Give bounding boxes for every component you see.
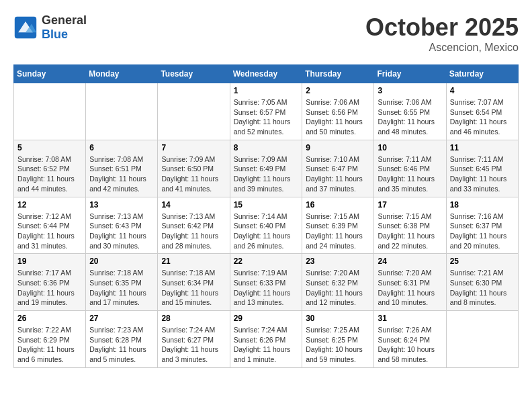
calendar-table: SundayMondayTuesdayWednesdayThursdayFrid… xyxy=(13,64,519,368)
day-number: 30 xyxy=(306,314,370,323)
cell-info: Sunrise: 7:21 AMSunset: 6:30 PMDaylight:… xyxy=(450,268,515,308)
calendar-cell: 14Sunrise: 7:13 AMSunset: 6:42 PMDayligh… xyxy=(158,197,230,254)
day-number: 25 xyxy=(450,257,515,266)
day-number: 11 xyxy=(450,143,515,152)
cell-info: Sunrise: 7:19 AMSunset: 6:33 PMDaylight:… xyxy=(234,268,299,308)
day-number: 31 xyxy=(378,314,442,323)
cell-info: Sunrise: 7:11 AMSunset: 6:45 PMDaylight:… xyxy=(450,154,515,194)
cell-info: Sunrise: 7:24 AMSunset: 6:26 PMDaylight:… xyxy=(234,325,299,365)
day-header-friday: Friday xyxy=(374,65,446,83)
calendar-cell: 2Sunrise: 7:06 AMSunset: 6:56 PMDaylight… xyxy=(302,83,374,140)
calendar-week-4: 19Sunrise: 7:17 AMSunset: 6:36 PMDayligh… xyxy=(14,254,519,311)
calendar-cell xyxy=(14,83,86,140)
calendar-cell: 24Sunrise: 7:20 AMSunset: 6:31 PMDayligh… xyxy=(374,254,446,311)
calendar-cell: 21Sunrise: 7:18 AMSunset: 6:34 PMDayligh… xyxy=(158,254,230,311)
calendar-cell: 26Sunrise: 7:22 AMSunset: 6:29 PMDayligh… xyxy=(14,311,86,368)
logo-text: General Blue xyxy=(42,13,87,42)
day-number: 18 xyxy=(450,200,515,210)
day-number: 22 xyxy=(234,257,299,266)
calendar-cell xyxy=(446,311,518,368)
day-number: 6 xyxy=(89,143,154,152)
cell-info: Sunrise: 7:08 AMSunset: 6:52 PMDaylight:… xyxy=(17,154,82,194)
day-number: 20 xyxy=(89,257,154,266)
title-block: October 2025 Ascencion, Mexico xyxy=(365,13,519,54)
day-number: 19 xyxy=(17,257,82,266)
cell-info: Sunrise: 7:16 AMSunset: 6:37 PMDaylight:… xyxy=(450,212,515,251)
calendar-cell: 10Sunrise: 7:11 AMSunset: 6:46 PMDayligh… xyxy=(374,140,446,197)
calendar-week-1: 1Sunrise: 7:05 AMSunset: 6:57 PMDaylight… xyxy=(14,83,519,140)
day-number: 23 xyxy=(306,257,370,266)
calendar-cell: 15Sunrise: 7:14 AMSunset: 6:40 PMDayligh… xyxy=(230,197,302,254)
cell-info: Sunrise: 7:14 AMSunset: 6:40 PMDaylight:… xyxy=(234,212,299,251)
calendar-cell: 7Sunrise: 7:09 AMSunset: 6:50 PMDaylight… xyxy=(158,140,230,197)
calendar-cell: 1Sunrise: 7:05 AMSunset: 6:57 PMDaylight… xyxy=(230,83,302,140)
cell-info: Sunrise: 7:20 AMSunset: 6:31 PMDaylight:… xyxy=(378,268,442,308)
calendar-cell: 6Sunrise: 7:08 AMSunset: 6:51 PMDaylight… xyxy=(86,140,158,197)
calendar-cell: 13Sunrise: 7:13 AMSunset: 6:43 PMDayligh… xyxy=(86,197,158,254)
cell-info: Sunrise: 7:08 AMSunset: 6:51 PMDaylight:… xyxy=(89,154,154,194)
calendar-header-row: SundayMondayTuesdayWednesdayThursdayFrid… xyxy=(14,65,519,83)
calendar-cell: 8Sunrise: 7:09 AMSunset: 6:49 PMDaylight… xyxy=(230,140,302,197)
calendar-week-3: 12Sunrise: 7:12 AMSunset: 6:44 PMDayligh… xyxy=(14,197,519,254)
cell-info: Sunrise: 7:25 AMSunset: 6:25 PMDaylight:… xyxy=(306,325,370,365)
day-number: 1 xyxy=(234,86,299,95)
cell-info: Sunrise: 7:20 AMSunset: 6:32 PMDaylight:… xyxy=(306,268,370,308)
calendar-cell: 9Sunrise: 7:10 AMSunset: 6:47 PMDaylight… xyxy=(302,140,374,197)
calendar-cell: 12Sunrise: 7:12 AMSunset: 6:44 PMDayligh… xyxy=(14,197,86,254)
calendar-cell: 5Sunrise: 7:08 AMSunset: 6:52 PMDaylight… xyxy=(14,140,86,197)
calendar-cell: 31Sunrise: 7:26 AMSunset: 6:24 PMDayligh… xyxy=(374,311,446,368)
day-number: 3 xyxy=(378,86,442,95)
calendar-cell: 29Sunrise: 7:24 AMSunset: 6:26 PMDayligh… xyxy=(230,311,302,368)
day-number: 21 xyxy=(161,257,226,266)
calendar-week-2: 5Sunrise: 7:08 AMSunset: 6:52 PMDaylight… xyxy=(14,140,519,197)
day-number: 24 xyxy=(378,257,442,266)
calendar-cell xyxy=(86,83,158,140)
cell-info: Sunrise: 7:22 AMSunset: 6:29 PMDaylight:… xyxy=(17,325,82,365)
day-number: 9 xyxy=(306,143,370,152)
calendar-cell: 4Sunrise: 7:07 AMSunset: 6:54 PMDaylight… xyxy=(446,83,518,140)
calendar-cell xyxy=(158,83,230,140)
calendar-cell: 3Sunrise: 7:06 AMSunset: 6:55 PMDaylight… xyxy=(374,83,446,140)
cell-info: Sunrise: 7:18 AMSunset: 6:35 PMDaylight:… xyxy=(89,268,154,308)
day-header-monday: Monday xyxy=(86,65,158,83)
calendar-cell: 30Sunrise: 7:25 AMSunset: 6:25 PMDayligh… xyxy=(302,311,374,368)
day-number: 26 xyxy=(17,314,82,323)
logo-icon xyxy=(13,15,38,40)
cell-info: Sunrise: 7:07 AMSunset: 6:54 PMDaylight:… xyxy=(450,97,515,137)
day-number: 4 xyxy=(450,86,515,95)
day-number: 2 xyxy=(306,86,370,95)
day-header-thursday: Thursday xyxy=(302,65,374,83)
day-number: 12 xyxy=(17,200,82,210)
logo-general: General xyxy=(42,13,87,28)
cell-info: Sunrise: 7:17 AMSunset: 6:36 PMDaylight:… xyxy=(17,268,82,308)
cell-info: Sunrise: 7:11 AMSunset: 6:46 PMDaylight:… xyxy=(378,154,442,194)
day-number: 14 xyxy=(161,200,226,210)
cell-info: Sunrise: 7:10 AMSunset: 6:47 PMDaylight:… xyxy=(306,154,370,194)
calendar-week-5: 26Sunrise: 7:22 AMSunset: 6:29 PMDayligh… xyxy=(14,311,519,368)
cell-info: Sunrise: 7:09 AMSunset: 6:50 PMDaylight:… xyxy=(161,154,226,194)
logo: General Blue xyxy=(13,13,87,42)
day-header-saturday: Saturday xyxy=(446,65,518,83)
calendar-cell: 28Sunrise: 7:24 AMSunset: 6:27 PMDayligh… xyxy=(158,311,230,368)
cell-info: Sunrise: 7:05 AMSunset: 6:57 PMDaylight:… xyxy=(234,97,299,137)
calendar-cell: 11Sunrise: 7:11 AMSunset: 6:45 PMDayligh… xyxy=(446,140,518,197)
day-number: 5 xyxy=(17,143,82,152)
day-number: 17 xyxy=(378,200,442,210)
day-header-wednesday: Wednesday xyxy=(230,65,302,83)
calendar-cell: 18Sunrise: 7:16 AMSunset: 6:37 PMDayligh… xyxy=(446,197,518,254)
location: Ascencion, Mexico xyxy=(365,42,519,54)
calendar-cell: 23Sunrise: 7:20 AMSunset: 6:32 PMDayligh… xyxy=(302,254,374,311)
day-number: 16 xyxy=(306,200,370,210)
day-number: 28 xyxy=(161,314,226,323)
logo-blue: Blue xyxy=(42,28,87,42)
calendar-cell: 27Sunrise: 7:23 AMSunset: 6:28 PMDayligh… xyxy=(86,311,158,368)
cell-info: Sunrise: 7:23 AMSunset: 6:28 PMDaylight:… xyxy=(89,325,154,365)
day-number: 29 xyxy=(234,314,299,323)
day-header-sunday: Sunday xyxy=(14,65,86,83)
calendar-cell: 19Sunrise: 7:17 AMSunset: 6:36 PMDayligh… xyxy=(14,254,86,311)
cell-info: Sunrise: 7:15 AMSunset: 6:39 PMDaylight:… xyxy=(306,212,370,251)
day-number: 7 xyxy=(161,143,226,152)
day-number: 27 xyxy=(89,314,154,323)
cell-info: Sunrise: 7:24 AMSunset: 6:27 PMDaylight:… xyxy=(161,325,226,365)
page-header: General Blue October 2025 Ascencion, Mex… xyxy=(13,13,519,54)
